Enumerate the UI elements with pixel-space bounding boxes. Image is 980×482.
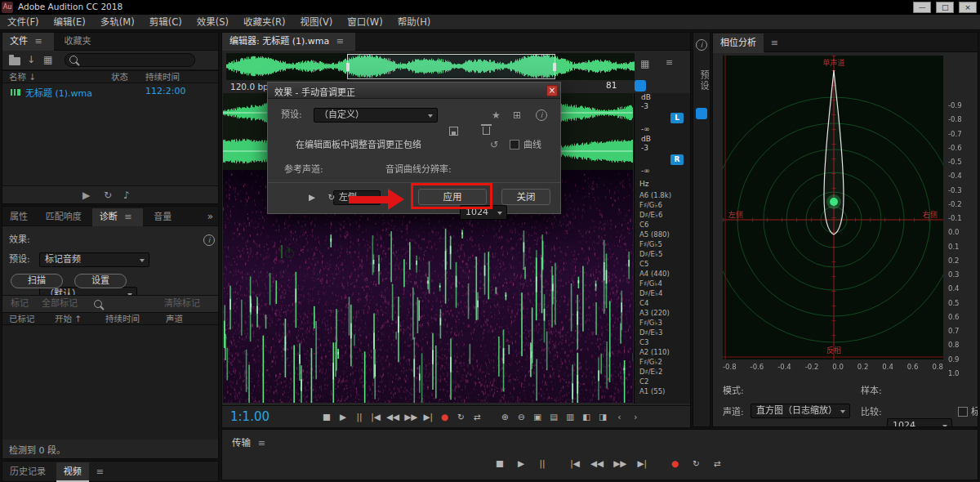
settings-button[interactable]: 设置	[74, 274, 127, 288]
loop-button[interactable]: ↻	[688, 456, 704, 471]
panel-menu-icon[interactable]: ≡	[254, 438, 270, 449]
hud-badge-icon[interactable]	[635, 80, 646, 91]
column-marked[interactable]: 已标记	[9, 313, 35, 325]
column-duration[interactable]: 持续时间	[145, 71, 180, 83]
tab-editor[interactable]: 编辑器: 无标题 (1).wma ≡	[222, 33, 355, 51]
column-duration2[interactable]: 持续时间	[105, 313, 140, 325]
menu-item[interactable]: 效果(S)	[189, 15, 236, 30]
minimize-button[interactable]: —	[913, 2, 931, 13]
info-panel-icon[interactable]: i	[696, 39, 707, 51]
channel-right-button[interactable]: R	[670, 154, 684, 165]
menu-item[interactable]: 剪辑(C)	[142, 15, 189, 30]
zoom-prev-button[interactable]: ‹	[611, 409, 627, 424]
channel-left-button[interactable]: L	[670, 113, 684, 123]
tab-video[interactable]: 视频	[56, 462, 89, 482]
effect-select[interactable]: 标记音频	[39, 252, 149, 267]
panel-menu-icon[interactable]: ≡	[92, 466, 108, 477]
phase-display[interactable]: 单声道 左侧 右侧 反相	[723, 56, 943, 359]
record-button[interactable]: ●	[436, 409, 452, 424]
tab-favorites[interactable]: 收藏夹	[57, 33, 99, 51]
skip-start-button[interactable]: |◀	[368, 409, 384, 424]
open-file-icon[interactable]	[9, 57, 20, 65]
panel-menu-icon[interactable]: ≡	[120, 212, 136, 222]
spline-checkbox[interactable]	[510, 140, 519, 150]
close-button[interactable]: ×	[959, 2, 977, 13]
auto-play-icon[interactable]: ♪	[123, 189, 130, 202]
zoom-in-button[interactable]: ⊕	[497, 409, 513, 424]
effect-power-toggle[interactable]	[281, 245, 283, 258]
rewind-button[interactable]: ◀◀	[384, 409, 402, 424]
presets-vertical-label[interactable]: 预设	[697, 70, 710, 91]
preview-loop-button[interactable]: ↻	[323, 190, 340, 204]
skip-selection-button[interactable]: ⇄	[709, 456, 725, 471]
play-button[interactable]: ▶	[335, 409, 351, 424]
pause-button[interactable]: ||	[351, 409, 368, 424]
menu-item[interactable]: 多轨(M)	[93, 15, 142, 30]
record-button[interactable]: ●	[666, 456, 683, 471]
preview-play-icon[interactable]: ▶	[82, 189, 90, 202]
pause-button[interactable]: ||	[534, 456, 550, 471]
dialog-info-icon[interactable]: i	[536, 109, 547, 121]
column-start[interactable]: 开始 ↑	[55, 313, 82, 325]
menu-item[interactable]: 窗口(W)	[340, 15, 390, 30]
clear-marks-button[interactable]: 清除标记	[164, 296, 200, 312]
column-status[interactable]: 状态	[111, 71, 128, 83]
stop-button[interactable]: ■	[492, 456, 508, 471]
tab-match-loudness[interactable]: 匹配响度	[38, 208, 89, 226]
zoom-navigator-icon[interactable]: ▦	[640, 57, 649, 70]
selection-handle-right[interactable]	[553, 63, 556, 71]
skip-selection-button[interactable]: ⇄	[469, 409, 485, 424]
scan-button[interactable]: 扫描	[11, 274, 63, 288]
files-search-box[interactable]	[65, 53, 195, 67]
marks-list[interactable]	[2, 325, 218, 440]
panel-menu-icon[interactable]: ≡	[332, 36, 348, 47]
zoom-selection-left-button[interactable]: ◧	[578, 409, 595, 424]
skip-end-button[interactable]: ▶|	[634, 456, 650, 471]
column-name[interactable]: 名称 ↓	[9, 71, 36, 83]
sample-select[interactable]: 1024	[887, 418, 952, 427]
stop-button[interactable]: ■	[318, 409, 335, 424]
info-icon[interactable]: i	[203, 234, 215, 246]
reset-envelope-icon[interactable]: ↺	[490, 138, 498, 151]
find-marks-icon[interactable]	[94, 300, 105, 310]
menu-item[interactable]: 文件(F)	[0, 15, 47, 30]
dock-badge-icon[interactable]	[696, 108, 707, 119]
zoom-selection-right-button[interactable]: ◨	[595, 409, 611, 424]
panel-menu-icon[interactable]: ≡	[31, 36, 47, 47]
normalize-checkbox[interactable]	[958, 407, 968, 417]
menu-item[interactable]: 收藏夹(R)	[236, 15, 292, 30]
tab-files[interactable]: 文件 ≡	[2, 33, 54, 51]
selection-handle-left[interactable]	[346, 63, 350, 71]
zoom-next-button[interactable]: ›	[627, 409, 644, 424]
dialog-preset-select[interactable]: （自定义）	[314, 108, 438, 123]
fast-forward-button[interactable]: ▶▶	[402, 409, 420, 424]
close-dialog-button[interactable]: 关闭	[501, 189, 550, 205]
save-preset-icon[interactable]	[449, 127, 458, 136]
menu-item[interactable]: 视图(V)	[293, 15, 341, 30]
loop-button[interactable]: ↻	[452, 409, 469, 424]
zoom-in-horizontal-button[interactable]: ▤	[546, 409, 562, 424]
overview-menu-icon[interactable]: ≡	[662, 57, 677, 68]
tab-diagnostics[interactable]: 诊断 ≡	[92, 208, 144, 226]
fast-forward-button[interactable]: ▶▶	[611, 456, 629, 471]
delete-preset-icon[interactable]	[483, 127, 490, 135]
tab-extra[interactable]: 音量	[146, 208, 179, 226]
favorite-icon[interactable]: ★	[492, 109, 501, 122]
zoom-selection-button[interactable]: ▣	[529, 409, 546, 424]
mark-all-button[interactable]: 全部标记	[42, 296, 78, 312]
dialog-close-button[interactable]: ×	[546, 85, 558, 96]
loop-preview-icon[interactable]: ↻	[104, 189, 112, 202]
play-button[interactable]: ▶	[513, 456, 529, 471]
column-channel[interactable]: 声道	[166, 313, 183, 325]
tab-history[interactable]: 历史记录	[2, 462, 53, 482]
insert-multitrack-icon[interactable]: ▦	[43, 53, 52, 66]
skip-start-button[interactable]: |◀	[567, 456, 583, 471]
mode-select[interactable]: 直方图（日志缩放）	[751, 404, 850, 418]
file-row[interactable]: 无标题 (1).wma 112:2:00	[2, 86, 218, 98]
overview-selection[interactable]	[347, 54, 555, 79]
tab-overflow-icon[interactable]: »	[207, 207, 213, 226]
skip-end-button[interactable]: ▶|	[420, 409, 436, 424]
dialog-titlebar[interactable]: 效果 - 手动音调更正 ×	[268, 83, 560, 99]
mark-button[interactable]: 标记	[11, 296, 29, 312]
zoom-out-button[interactable]: ⊖	[513, 409, 529, 424]
